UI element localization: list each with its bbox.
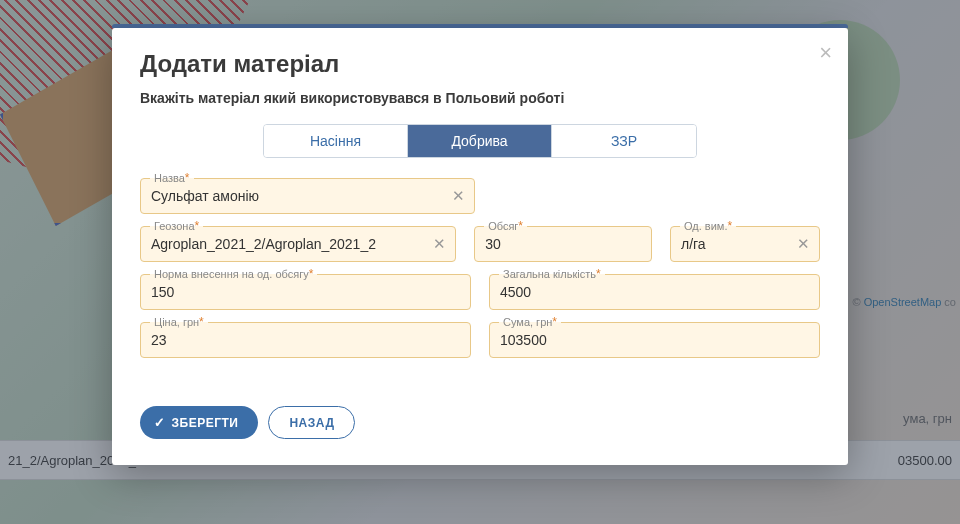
- add-material-modal: × Додати матеріал Вкажіть матеріал який …: [112, 28, 848, 465]
- field-rate: Норма внесення на од. обсягу*: [140, 274, 471, 310]
- field-unit: Од. вим.* ✕: [670, 226, 820, 262]
- tab-ppe[interactable]: ЗЗР: [552, 125, 696, 157]
- label-total-qty: Загальна кількість*: [499, 267, 605, 281]
- material-type-tabs: Насіння Добрива ЗЗР: [140, 124, 820, 158]
- label-volume: Обсяг*: [484, 219, 527, 233]
- modal-subtitle: Вкажіть матеріал який використовувався в…: [140, 90, 820, 106]
- tab-seeds[interactable]: Насіння: [264, 125, 408, 157]
- label-name: Назва*: [150, 171, 194, 185]
- label-unit: Од. вим.*: [680, 219, 736, 233]
- clear-icon[interactable]: ✕: [433, 235, 446, 253]
- field-total-qty: Загальна кількість*: [489, 274, 820, 310]
- field-name: Назва* ✕: [140, 178, 475, 214]
- field-geozone: Геозона* ✕: [140, 226, 456, 262]
- tab-fertilizers[interactable]: Добрива: [408, 125, 552, 157]
- field-sum: Сума, грн*: [489, 322, 820, 358]
- check-icon: ✓: [154, 415, 166, 430]
- label-rate: Норма внесення на од. обсягу*: [150, 267, 317, 281]
- back-button[interactable]: НАЗАД: [268, 406, 355, 439]
- field-price: Ціна, грн*: [140, 322, 471, 358]
- modal-title: Додати матеріал: [140, 50, 820, 78]
- label-sum: Сума, грн*: [499, 315, 561, 329]
- field-volume: Обсяг*: [474, 226, 652, 262]
- label-geozone: Геозона*: [150, 219, 203, 233]
- modal-actions: ✓ ЗБЕРЕГТИ НАЗАД: [140, 406, 820, 439]
- save-button[interactable]: ✓ ЗБЕРЕГТИ: [140, 406, 258, 439]
- close-icon[interactable]: ×: [819, 42, 832, 64]
- label-price: Ціна, грн*: [150, 315, 208, 329]
- clear-icon[interactable]: ✕: [452, 187, 465, 205]
- clear-icon[interactable]: ✕: [797, 235, 810, 253]
